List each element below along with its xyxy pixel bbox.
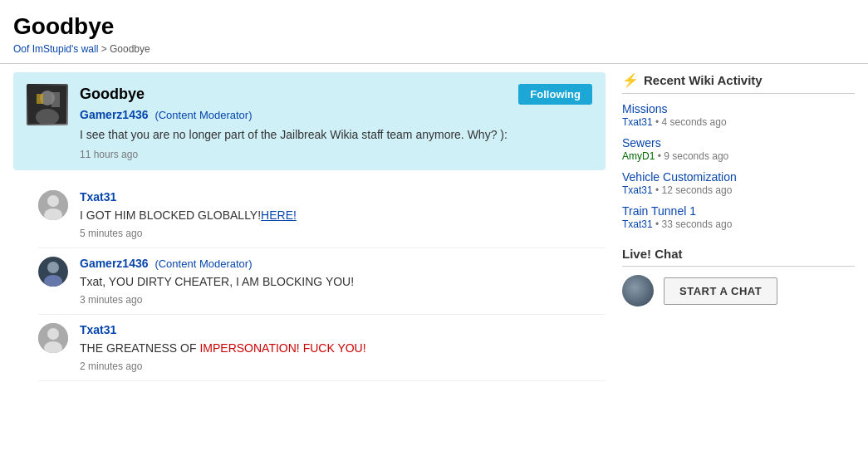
wiki-dot-4: • bbox=[655, 218, 662, 230]
reply-2-text: Txat, YOU DIRTY CHEATER, I AM BLOCKING Y… bbox=[80, 273, 606, 291]
reply-3-body: Txat31 THE GREATNESS OF IMPERSONATION! F… bbox=[80, 323, 606, 372]
svg-rect-4 bbox=[51, 92, 60, 107]
wiki-user-4: Txat31 bbox=[622, 218, 653, 230]
svg-point-12 bbox=[47, 328, 59, 340]
breadcrumb-separator: > bbox=[101, 43, 110, 55]
sidebar: ⚡ Recent Wiki Activity Missions Txat31 •… bbox=[622, 72, 855, 381]
wiki-time-1: 4 seconds ago bbox=[662, 116, 727, 128]
reply-2-timestamp: 3 minutes ago bbox=[80, 294, 606, 306]
wiki-meta-1: Txat31 • 4 seconds ago bbox=[622, 116, 855, 128]
wiki-item-4: Train Tunnel 1 Txat31 • 33 seconds ago bbox=[622, 204, 855, 230]
wiki-time-2: 9 seconds ago bbox=[664, 150, 728, 162]
wiki-link-1[interactable]: Missions bbox=[622, 102, 667, 115]
reply-3-timestamp: 2 minutes ago bbox=[80, 360, 606, 372]
recent-wiki-title: ⚡ Recent Wiki Activity bbox=[622, 72, 855, 94]
start-chat-button[interactable]: START A CHAT bbox=[664, 277, 777, 305]
live-chat-row: START A CHAT bbox=[622, 275, 855, 306]
post-timestamp: 11 hours ago bbox=[80, 149, 592, 160]
wiki-time-4: 33 seconds ago bbox=[662, 218, 733, 230]
wiki-item-3: Vehicle Customization Txat31 • 12 second… bbox=[622, 170, 855, 196]
wiki-user-1: Txat31 bbox=[622, 116, 653, 128]
wiki-user-2: AmyD1 bbox=[622, 150, 655, 162]
following-button[interactable]: Following bbox=[518, 84, 592, 105]
original-post: Goodbye Following Gamerz1436 (Content Mo… bbox=[13, 72, 606, 170]
post-author-line: Gamerz1436 (Content Moderator) bbox=[80, 108, 592, 121]
page-title: Goodbye bbox=[0, 0, 868, 43]
reply-1-avatar bbox=[38, 190, 68, 239]
wiki-link-2[interactable]: Sewers bbox=[622, 136, 661, 150]
reply-1-author[interactable]: Txat31 bbox=[80, 190, 116, 203]
reply-2-author[interactable]: Gamerz1436 bbox=[80, 257, 149, 270]
reply-2-badge: (Content Moderator) bbox=[154, 257, 252, 270]
reply-3-avatar bbox=[38, 323, 68, 372]
wiki-meta-4: Txat31 • 33 seconds ago bbox=[622, 218, 855, 230]
breadcrumb-wall-link[interactable]: Oof ImStupid's wall bbox=[13, 43, 101, 55]
reply-1-timestamp: 5 minutes ago bbox=[80, 228, 606, 239]
wiki-item-1: Missions Txat31 • 4 seconds ago bbox=[622, 102, 855, 128]
chat-avatar bbox=[622, 275, 654, 306]
breadcrumb: Oof ImStupid's wall > Goodbye bbox=[0, 43, 868, 63]
content-mod-badge: (Content Moderator) bbox=[154, 109, 252, 121]
reply-2: Gamerz1436 (Content Moderator) Txat, YOU… bbox=[38, 248, 606, 315]
reply-2-body: Gamerz1436 (Content Moderator) Txat, YOU… bbox=[80, 257, 606, 306]
reply-1: Txat31 I GOT HIM BLOCKED GLOBALLY!HERE! … bbox=[38, 182, 606, 248]
wiki-dot-1: • bbox=[655, 116, 662, 128]
reply-1-body: Txat31 I GOT HIM BLOCKED GLOBALLY!HERE! … bbox=[80, 190, 606, 239]
svg-point-9 bbox=[47, 262, 59, 273]
reply-3-author[interactable]: Txat31 bbox=[80, 323, 116, 336]
reply-3: Txat31 THE GREATNESS OF IMPERSONATION! F… bbox=[38, 315, 606, 381]
pulse-icon: ⚡ bbox=[622, 72, 639, 88]
post-body: Goodbye Following Gamerz1436 (Content Mo… bbox=[80, 84, 592, 160]
svg-point-6 bbox=[47, 195, 59, 207]
wiki-link-3[interactable]: Vehicle Customization bbox=[622, 170, 737, 184]
svg-rect-3 bbox=[37, 94, 43, 104]
live-chat-title: Live! Chat bbox=[622, 247, 855, 267]
wiki-item-2: Sewers AmyD1 • 9 seconds ago bbox=[622, 136, 855, 162]
recent-wiki-section: ⚡ Recent Wiki Activity Missions Txat31 •… bbox=[622, 72, 855, 230]
wiki-time-3: 12 seconds ago bbox=[662, 184, 733, 196]
title-divider bbox=[0, 63, 868, 64]
wiki-meta-3: Txat31 • 12 seconds ago bbox=[622, 184, 855, 196]
post-text: I see that you are no longer part of the… bbox=[80, 126, 592, 144]
reply-1-link[interactable]: HERE! bbox=[261, 208, 297, 222]
live-chat-section: Live! Chat START A CHAT bbox=[622, 247, 855, 306]
post-author-name[interactable]: Gamerz1436 bbox=[80, 108, 149, 121]
wiki-link-4[interactable]: Train Tunnel 1 bbox=[622, 204, 696, 218]
reply-2-avatar bbox=[38, 257, 68, 306]
reply-3-expletive: IMPERSONATION! FUCK YOU! bbox=[199, 341, 365, 355]
breadcrumb-current: Goodbye bbox=[110, 43, 150, 55]
reply-1-text: I GOT HIM BLOCKED GLOBALLY!HERE! bbox=[80, 207, 606, 224]
wiki-user-3: Txat31 bbox=[622, 184, 653, 196]
post-title: Goodbye bbox=[80, 86, 145, 103]
wiki-meta-2: AmyD1 • 9 seconds ago bbox=[622, 150, 855, 162]
post-author-avatar bbox=[27, 84, 68, 160]
reply-3-text: THE GREATNESS OF IMPERSONATION! FUCK YOU… bbox=[80, 340, 606, 357]
wiki-dot-3: • bbox=[655, 184, 662, 196]
